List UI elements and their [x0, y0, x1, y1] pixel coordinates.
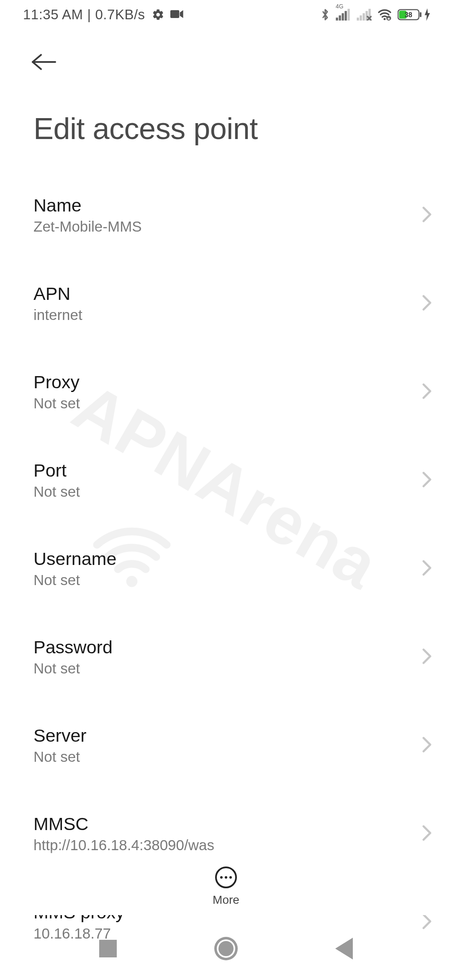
chevron-right-icon — [422, 294, 432, 313]
setting-label: Password — [33, 637, 113, 658]
battery-icon: 38 — [398, 8, 431, 21]
nav-back-button[interactable] — [335, 938, 353, 959]
screen: APNArena 11:35 AM | 0.7KB/s 4G — [0, 0, 452, 980]
signal-nosim-icon — [357, 9, 372, 21]
page-title: Edit access point — [33, 111, 431, 146]
status-time: 11:35 AM — [23, 7, 83, 23]
status-bar: 11:35 AM | 0.7KB/s 4G — [0, 0, 452, 29]
svg-rect-8 — [360, 15, 362, 21]
setting-value: internet — [33, 307, 82, 323]
gear-icon — [152, 8, 164, 21]
status-net-speed: 0.7KB/s — [95, 7, 145, 23]
chevron-right-icon — [422, 560, 432, 578]
setting-label: Proxy — [33, 372, 80, 392]
setting-server[interactable]: Server Not set — [33, 701, 436, 789]
setting-label: Port — [33, 460, 80, 481]
signal-4g-icon: 4G — [336, 9, 351, 21]
more-button[interactable]: More — [0, 850, 452, 907]
setting-label: APN — [33, 284, 82, 304]
setting-label: Username — [33, 549, 116, 569]
video-icon — [170, 10, 184, 20]
setting-password[interactable]: Password Not set — [33, 613, 436, 701]
back-button[interactable] — [31, 45, 64, 79]
svg-rect-5 — [345, 11, 347, 21]
setting-apn[interactable]: APN internet — [33, 259, 436, 348]
setting-value: Not set — [33, 483, 80, 500]
setting-proxy[interactable]: Proxy Not set — [33, 348, 436, 436]
chevron-right-icon — [422, 383, 432, 401]
svg-rect-1 — [170, 10, 179, 18]
bluetooth-icon — [321, 8, 330, 22]
setting-port[interactable]: Port Not set — [33, 436, 436, 524]
setting-value: Not set — [33, 660, 113, 677]
chevron-right-icon — [422, 736, 432, 755]
svg-rect-7 — [357, 18, 359, 21]
setting-value: Not set — [33, 572, 116, 588]
svg-rect-16 — [420, 12, 421, 17]
setting-label: Server — [33, 725, 87, 746]
svg-rect-4 — [342, 13, 344, 21]
svg-rect-2 — [336, 18, 338, 21]
svg-text:38: 38 — [405, 11, 412, 18]
header: Edit access point — [0, 29, 452, 146]
svg-point-13 — [387, 16, 390, 20]
chevron-right-icon — [422, 825, 432, 843]
chevron-right-icon — [422, 471, 432, 490]
arrow-left-icon — [31, 53, 58, 71]
status-left: 11:35 AM | 0.7KB/s — [23, 7, 184, 23]
nav-recent-button[interactable] — [99, 940, 117, 957]
status-right: 4G 38 — [321, 8, 431, 22]
more-icon — [215, 867, 237, 888]
svg-rect-6 — [348, 9, 350, 21]
setting-value: Not set — [33, 748, 87, 765]
svg-rect-9 — [363, 13, 365, 21]
svg-point-12 — [383, 18, 385, 20]
wifi-icon — [378, 9, 392, 21]
navigation-bar — [0, 917, 452, 980]
setting-name[interactable]: Name Zet-Mobile-MMS — [33, 171, 436, 259]
setting-value: Not set — [33, 395, 80, 412]
svg-rect-3 — [339, 15, 341, 21]
more-label: More — [213, 893, 239, 907]
setting-username[interactable]: Username Not set — [33, 524, 436, 613]
settings-list: Name Zet-Mobile-MMS APN internet Proxy N… — [0, 171, 452, 966]
setting-label: Name — [33, 195, 142, 216]
chevron-right-icon — [422, 648, 432, 666]
chevron-right-icon — [422, 206, 432, 224]
setting-value: Zet-Mobile-MMS — [33, 218, 142, 235]
nav-home-button[interactable] — [214, 937, 238, 960]
setting-label: MMSC — [33, 814, 214, 834]
status-sep: | — [87, 7, 91, 23]
